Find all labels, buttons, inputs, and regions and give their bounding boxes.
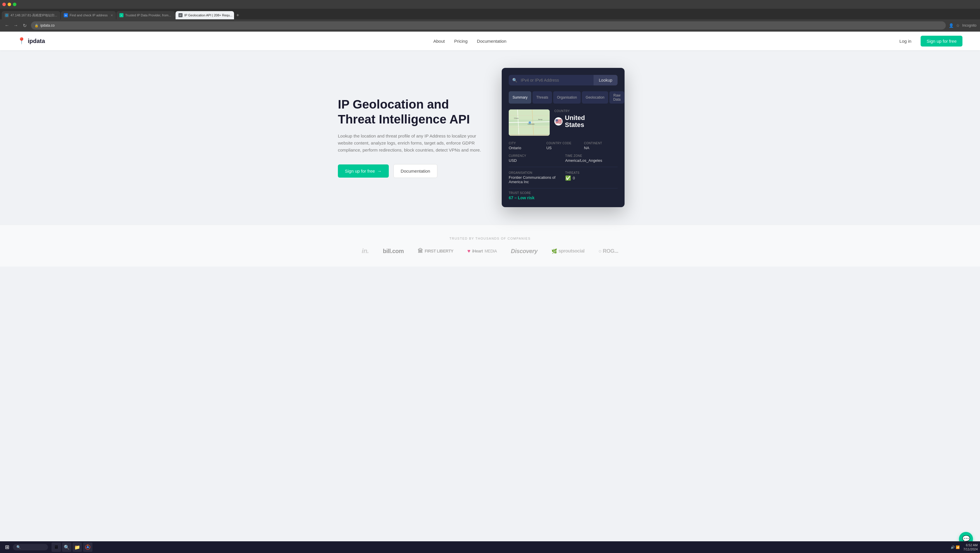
timezone-label: TIME ZONE xyxy=(565,154,617,158)
close-btn[interactable] xyxy=(2,3,6,6)
map-preview: Chino Eastvale Jurup xyxy=(509,110,550,136)
company-logo-liberty: 🏛 FIRST LIBERTY xyxy=(418,248,453,254)
hero-left: IP Geolocation and Threat Intelligence A… xyxy=(338,97,484,178)
company-logo-1: in. xyxy=(362,247,369,255)
continent-label: CONTINENT xyxy=(584,142,617,145)
search-icon: 🔍 xyxy=(509,75,521,85)
taskbar-date: 7/11/2024 xyxy=(963,547,978,551)
city-field: CITY Ontario xyxy=(509,142,542,150)
refresh-button[interactable]: ↻ xyxy=(21,22,28,29)
tab-title-1: 47.148.167.81-高精度IP地址归... xyxy=(11,13,57,18)
address-bar-right: 👤 ☆ Incognito xyxy=(949,23,977,28)
lookup-button[interactable]: Lookup xyxy=(593,75,617,85)
taskbar-app-explorer[interactable]: 🖥 xyxy=(51,542,61,552)
profile-icon[interactable]: 👤 xyxy=(949,23,954,28)
signup-button[interactable]: Sign up for free xyxy=(921,36,963,46)
address-bar[interactable]: 🔒 ipdata.co xyxy=(31,21,946,30)
minimize-btn[interactable] xyxy=(8,3,11,6)
star-icon[interactable]: ☆ xyxy=(956,23,960,28)
maximize-btn[interactable] xyxy=(13,3,16,6)
tab-4[interactable]: IP IP Geolocation API | 208+ Requ... ✕ xyxy=(175,11,234,19)
company-logo-bill: bill.com xyxy=(383,248,404,255)
country-label: COUNTRY xyxy=(554,110,617,113)
tab-threats[interactable]: Threats xyxy=(532,91,552,104)
company-logo-iheart: ♥ iHeartMEDIA xyxy=(468,248,497,254)
tab-favicon-1: 🌐 xyxy=(5,13,9,17)
tab-close-3[interactable]: ✕ xyxy=(174,14,175,17)
country-flag: 🇺🇸 xyxy=(554,117,563,126)
browser-addressbar: ← → ↻ 🔒 ipdata.co 👤 ☆ Incognito xyxy=(0,19,980,32)
tab-close-2[interactable]: ✕ xyxy=(111,14,113,17)
tab-geolocation[interactable]: Geolocation xyxy=(582,91,608,104)
nav-logo[interactable]: 📍 ipdata xyxy=(18,37,45,45)
tab-1[interactable]: 🌐 47.148.167.81-高精度IP地址归... ✕ xyxy=(2,11,60,19)
timezone-field: TIME ZONE America/Los_Angeles xyxy=(565,154,617,163)
tab-3[interactable]: i Trusted IP Data Provider, from... ✕ xyxy=(116,11,175,19)
ip-card: 🔍 Lookup Summary Threats Organisation Ge… xyxy=(502,68,625,207)
ip-tabs: Summary Threats Organisation Geolocation… xyxy=(509,91,617,104)
threats-label: THREATS xyxy=(565,171,617,174)
login-button[interactable]: Log in xyxy=(895,36,916,46)
hero-section: IP Geolocation and Threat Intelligence A… xyxy=(315,50,665,225)
threats-field: THREATS ✅ 0 xyxy=(565,171,617,184)
hero-signup-label: Sign up for free xyxy=(345,169,375,174)
company-logos: in. bill.com 🏛 FIRST LIBERTY ♥ iHeartMED… xyxy=(18,247,963,255)
taskbar-app-chrome[interactable] xyxy=(83,542,92,552)
tab-2[interactable]: W Find and check IP address ✕ xyxy=(61,11,116,19)
browser-tabs: 🌐 47.148.167.81-高精度IP地址归... ✕ W Find and… xyxy=(0,9,980,19)
nav-link-pricing[interactable]: Pricing xyxy=(454,38,468,44)
hero-signup-button[interactable]: Sign up for free → xyxy=(338,164,389,178)
back-button[interactable]: ← xyxy=(3,22,11,29)
continent-field: CONTINENT NA xyxy=(584,142,617,150)
ip-content: Chino Eastvale Jurup COUNTRY 🇺🇸 United xyxy=(509,110,617,136)
company-logo-discovery: Discovery xyxy=(511,248,538,255)
forward-button[interactable]: → xyxy=(12,22,19,29)
ip-search-input[interactable] xyxy=(521,75,593,85)
country-name: United States xyxy=(565,115,585,128)
country-code-label: COUNTRY CODE xyxy=(546,142,580,145)
ip-grid-1: CITY Ontario COUNTRY CODE US CONTINENT N… xyxy=(509,142,617,150)
company-logo-rog: ○ ROG... xyxy=(598,248,618,254)
chrome-icon xyxy=(85,545,91,550)
currency-value: USD xyxy=(509,158,561,163)
taskbar-search-icon: 🔍 xyxy=(16,545,21,549)
main-nav: 📍 ipdata About Pricing Documentation Log… xyxy=(0,32,980,50)
country-info: COUNTRY 🇺🇸 United States xyxy=(554,110,617,136)
currency-field: CURRENCY USD xyxy=(509,154,561,163)
taskbar-right: 🔊 📶 6:52 AM 7/11/2024 xyxy=(951,543,978,551)
organisation-value: Frontier Communications of America Inc xyxy=(509,175,561,184)
browser-titlebar xyxy=(0,0,980,9)
trust-value: 67 – Low risk xyxy=(509,196,617,200)
tab-favicon-3: i xyxy=(119,13,123,17)
company-logo-sprout: 🌿 sproutsocial xyxy=(551,249,584,254)
taskbar-system-icons: 🔊 📶 xyxy=(951,545,960,549)
tab-favicon-2: W xyxy=(64,13,68,17)
timezone-value: America/Los_Angeles xyxy=(565,158,617,163)
taskbar-search[interactable]: 🔍 xyxy=(13,544,48,550)
taskbar-time: 6:52 AM xyxy=(963,543,978,547)
tab-summary[interactable]: Summary xyxy=(509,91,531,104)
city-label: CITY xyxy=(509,142,542,145)
tab-organisation[interactable]: Organisation xyxy=(553,91,581,104)
check-circle-icon: ✅ xyxy=(565,175,571,181)
incognito-label: Incognito xyxy=(962,24,977,27)
tab-title-3: Trusted IP Data Provider, from... xyxy=(125,13,171,17)
taskbar-start-button[interactable]: ⊞ xyxy=(2,542,12,552)
hero-title: IP Geolocation and Threat Intelligence A… xyxy=(338,97,484,127)
nav-link-docs[interactable]: Documentation xyxy=(477,38,506,44)
trusted-section: TRUSTED BY THOUSANDS OF COMPANIES in. bi… xyxy=(0,225,980,266)
tab-favicon-4: IP xyxy=(178,13,183,17)
taskbar-app-files[interactable]: 📁 xyxy=(73,542,82,552)
hero-docs-button[interactable]: Documentation xyxy=(393,164,438,178)
nav-link-about[interactable]: About xyxy=(433,38,445,44)
lock-icon: 🔒 xyxy=(35,24,39,27)
taskbar-app-search[interactable]: 🔍 xyxy=(62,542,72,552)
continent-value: NA xyxy=(584,146,617,150)
new-tab-button[interactable]: + xyxy=(235,11,241,19)
country-name-line2: States xyxy=(565,121,585,128)
ip-bottom-row: ORGANISATION Frontier Communications of … xyxy=(509,167,617,184)
hero-description: Lookup the location and threat profile o… xyxy=(338,132,484,154)
nav-actions: Log in Sign up for free xyxy=(895,36,963,46)
taskbar-apps: 🖥 🔍 📁 xyxy=(51,542,92,552)
tab-rawdata[interactable]: Raw Data xyxy=(609,91,624,104)
